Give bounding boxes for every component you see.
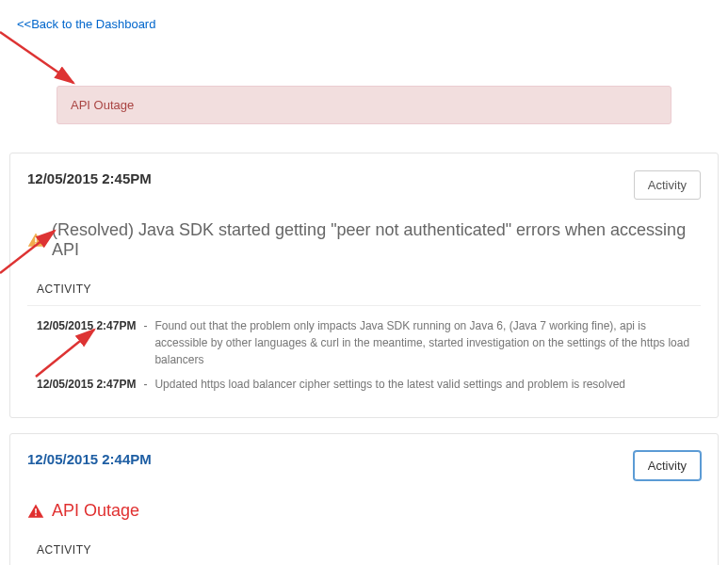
divider — [27, 305, 701, 306]
incident-title-text: API Outage — [52, 501, 139, 521]
svg-rect-0 — [35, 237, 37, 242]
activity-separator: - — [143, 376, 147, 393]
activity-entry: 12/05/2015 2:47PM - Updated https load b… — [37, 376, 701, 393]
alert-banner-text: API Outage — [71, 98, 134, 112]
activity-time: 12/05/2015 2:47PM — [37, 376, 136, 393]
svg-rect-2 — [35, 508, 37, 513]
back-to-dashboard-link[interactable]: <<Back to the Dashboard — [0, 0, 155, 39]
activity-section-label: ACTIVITY — [37, 282, 701, 296]
activity-section-label: ACTIVITY — [37, 543, 701, 557]
warning-icon — [27, 232, 44, 249]
svg-rect-3 — [35, 514, 37, 516]
activity-text: Updated https load balancer cipher setti… — [154, 376, 701, 393]
incident-title-text: (Resolved) Java SDK started getting "pee… — [52, 220, 701, 260]
activity-button[interactable]: Activity — [634, 170, 701, 200]
activity-button[interactable]: Activity — [634, 451, 701, 480]
svg-rect-1 — [35, 243, 37, 245]
incident-title-row: (Resolved) Java SDK started getting "pee… — [27, 220, 701, 260]
alert-banner: API Outage — [57, 86, 671, 124]
incident-card: 12/05/2015 2:45PM Activity (Resolved) Ja… — [9, 153, 719, 418]
incident-card-header: 12/05/2015 2:45PM Activity — [27, 153, 701, 200]
activity-separator: - — [143, 317, 147, 368]
incident-timestamp: 12/05/2015 2:44PM — [27, 451, 152, 467]
incident-card: 12/05/2015 2:44PM Activity API Outage AC… — [9, 433, 719, 565]
error-icon — [27, 503, 44, 520]
activity-text: Found out that the problem only impacts … — [154, 317, 701, 368]
incident-timestamp: 12/05/2015 2:45PM — [27, 170, 152, 186]
svg-line-4 — [0, 32, 73, 83]
activity-time: 12/05/2015 2:47PM — [37, 317, 136, 368]
activity-entry: 12/05/2015 2:47PM - Found out that the p… — [37, 317, 701, 368]
incident-card-header: 12/05/2015 2:44PM Activity — [27, 434, 701, 480]
incident-title-row: API Outage — [27, 501, 701, 521]
